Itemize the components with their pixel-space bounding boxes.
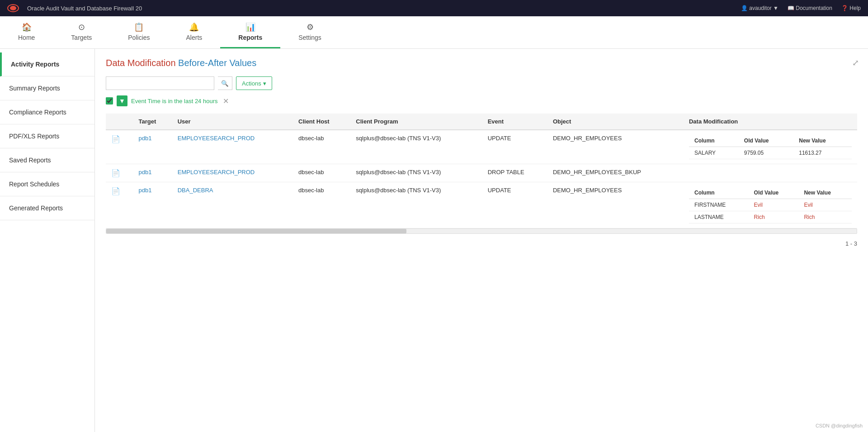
table-row: 📄pdb1EMPLOYEESEARCH_PRODdbsec-labsqlplus… [106,130,857,164]
search-button[interactable]: 🔍 [218,76,232,90]
dm-table: Column Old Value New Value FIRSTNAME Evi… [689,187,852,223]
row-icon: 📄 [106,182,133,228]
actions-label: Actions [242,80,261,87]
dm-cell-column: FIRSTNAME [689,199,749,211]
nav-alerts-label: Alerts [186,34,203,41]
policies-icon: 📋 [134,22,144,32]
documentation-link[interactable]: 📖 Documentation [788,5,832,11]
help-link[interactable]: ❓ Help [841,5,861,11]
user-menu[interactable]: 👤 avauditor ▼ [741,5,778,11]
dm-table: Column Old Value New Value SALARY 9759.0… [689,135,852,159]
col-client-program: Client Program [350,114,482,130]
doc-icon: 📖 [788,5,794,11]
table-header-row: Target User Client Host Client Program E… [106,114,857,130]
username-label: avauditor [749,5,771,11]
file-icon: 📄 [111,135,120,143]
dm-col-new-value: New Value [793,135,852,147]
dm-cell-column: SALARY [689,147,739,159]
table-row: 📄pdb1EMPLOYEESEARCH_PRODdbsec-labsqlplus… [106,164,857,182]
oracle-logo-icon [7,4,19,12]
cell-event: DROP TABLE [482,164,547,182]
cell-data-modification [684,164,857,182]
cell-object: DEMO_HR_EMPLOYEES [547,130,684,164]
file-icon: 📄 [111,187,120,195]
dm-cell-new-value: 11613.27 [793,147,852,159]
alerts-icon: 🔔 [189,22,199,32]
table-row: 📄pdb1DBA_DEBRAdbsec-labsqlplus@dbsec-lab… [106,182,857,228]
nav-targets-label: Targets [71,34,92,41]
nav-item-reports[interactable]: 📊 Reports [220,16,280,48]
help-label: Help [849,5,861,11]
filter-icon: ▼ [117,95,127,106]
col-user: User [172,114,293,130]
filter-close-button[interactable]: ✕ [223,97,229,105]
expand-icon[interactable]: ⤢ [852,58,859,68]
nav-item-home[interactable]: 🏠 Home [0,16,53,48]
filter-text: Event Time is in the last 24 hours [131,98,217,104]
navbar: 🏠 Home ⊙ Targets 📋 Policies 🔔 Alerts 📊 R… [0,16,868,49]
cell-user: EMPLOYEESEARCH_PROD [172,164,293,182]
col-client-host: Client Host [293,114,350,130]
col-event: Event [482,114,547,130]
sidebar-item-report-schedules[interactable]: Report Schedules [0,172,94,196]
nav-home-label: Home [18,34,35,41]
dm-col-column: Column [689,135,739,147]
report-table: Target User Client Host Client Program E… [106,114,857,228]
nav-reports-label: Reports [238,34,262,41]
target-link[interactable]: pdb1 [138,169,151,176]
main-layout: Activity Reports Summary Reports Complia… [0,49,868,432]
page-title: Data Modification Before-After Values [106,58,857,68]
sidebar-item-compliance-reports[interactable]: Compliance Reports [0,100,94,124]
cell-object: DEMO_HR_EMPLOYEES_BKUP [547,164,684,182]
cell-event: UPDATE [482,130,547,164]
dm-row: FIRSTNAME Evil Evil [689,199,852,211]
toolbar: 🔍 Actions ▾ [106,76,857,90]
sidebar-item-saved-reports[interactable]: Saved Reports [0,148,94,172]
sidebar-item-generated-reports[interactable]: Generated Reports [0,196,94,220]
topbar-right: 👤 avauditor ▼ 📖 Documentation ❓ Help [741,5,861,11]
cell-user: DBA_DEBRA [172,182,293,228]
cell-client-host: dbsec-lab [293,130,350,164]
sidebar-item-activity-reports[interactable]: Activity Reports [0,52,94,76]
dm-cell-column: LASTNAME [689,211,749,223]
search-input[interactable] [106,76,214,90]
dm-cell-old-value: Rich [749,211,799,223]
user-link[interactable]: EMPLOYEESEARCH_PROD [178,169,255,176]
nav-item-alerts[interactable]: 🔔 Alerts [168,16,221,48]
dm-col-column: Column [689,187,749,199]
dm-row: LASTNAME Rich Rich [689,211,852,223]
col-target: Target [133,114,172,130]
home-icon: 🏠 [22,22,32,32]
cell-client-host: dbsec-lab [293,182,350,228]
filter-bar: ▼ Event Time is in the last 24 hours ✕ [106,95,857,106]
nav-item-policies[interactable]: 📋 Policies [110,16,168,48]
nav-item-settings[interactable]: ⚙ Settings [280,16,340,48]
page-title-part2: Before-After Values [178,58,256,68]
cell-client-program: sqlplus@dbsec-lab (TNS V1-V3) [350,130,482,164]
dm-row: SALARY 9759.05 11613.27 [689,147,852,159]
cell-client-program: sqlplus@dbsec-lab (TNS V1-V3) [350,182,482,228]
target-link[interactable]: pdb1 [138,187,151,194]
user-link[interactable]: EMPLOYEESEARCH_PROD [178,135,255,142]
cell-data-modification: Column Old Value New Value SALARY 9759.0… [684,130,857,164]
sidebar-item-pdf-xls-reports[interactable]: PDF/XLS Reports [0,124,94,148]
col-data-modification: Data Modification [684,114,857,130]
nav-item-targets[interactable]: ⊙ Targets [53,16,110,48]
cell-object: DEMO_HR_EMPLOYEES [547,182,684,228]
watermark: CSDN @dingdingfish [816,423,863,428]
nav-policies-label: Policies [128,34,150,41]
cell-target: pdb1 [133,130,172,164]
dm-header-row: Column Old Value New Value [689,135,852,147]
sidebar-label-generated-reports: Generated Reports [9,204,63,212]
cell-user: EMPLOYEESEARCH_PROD [172,130,293,164]
target-link[interactable]: pdb1 [138,135,151,142]
col-icon [106,114,133,130]
sidebar-item-summary-reports[interactable]: Summary Reports [0,76,94,100]
user-link[interactable]: DBA_DEBRA [178,187,213,194]
filter-checkbox[interactable] [106,97,113,104]
actions-button[interactable]: Actions ▾ [236,76,272,90]
dm-cell-new-value: Evil [798,199,852,211]
user-chevron-icon: ▼ [773,5,778,11]
horizontal-scrollbar[interactable] [106,228,857,234]
dm-cell-old-value: 9759.05 [739,147,793,159]
